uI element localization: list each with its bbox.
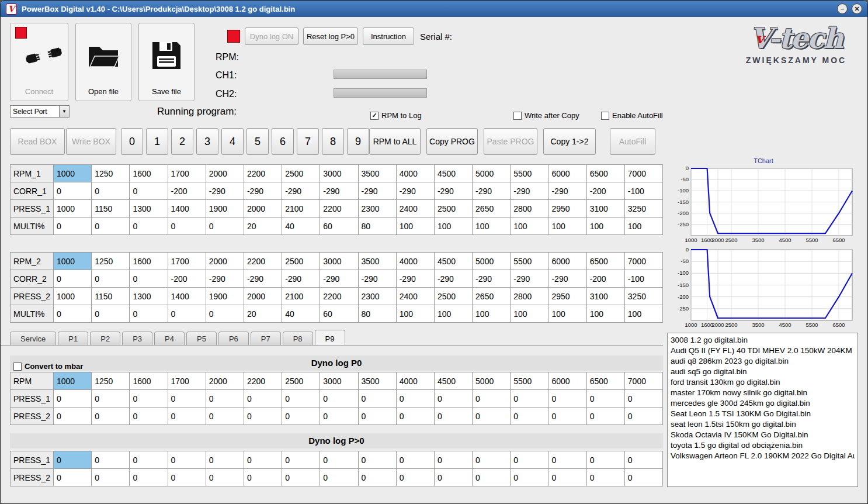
value-cell[interactable]: -290 bbox=[511, 270, 548, 288]
value-cell[interactable]: 7000 bbox=[624, 372, 662, 390]
value-cell[interactable]: 2200 bbox=[320, 288, 358, 305]
value-cell[interactable]: 0 bbox=[320, 408, 358, 425]
value-cell[interactable]: 2200 bbox=[244, 253, 282, 270]
checkbox-box[interactable] bbox=[13, 363, 22, 371]
value-cell[interactable]: -290 bbox=[282, 270, 320, 288]
value-cell[interactable]: 0 bbox=[511, 390, 548, 408]
value-cell[interactable]: 2650 bbox=[473, 288, 511, 305]
value-cell[interactable]: 0 bbox=[320, 469, 358, 486]
value-cell[interactable]: 2000 bbox=[244, 200, 282, 218]
value-cell[interactable]: 2200 bbox=[320, 200, 358, 218]
title-bar[interactable]: V PowerBox Digital v1.40 - C:\Users\Prod… bbox=[1, 1, 867, 17]
file-list-item[interactable]: Audi Q5 II (FY FL) 40 TDI MHEV 2.0 150kW… bbox=[671, 346, 855, 356]
paste-prog-button[interactable]: Paste PROG bbox=[484, 128, 537, 155]
value-cell[interactable]: 0 bbox=[206, 305, 244, 323]
value-cell[interactable]: 3250 bbox=[624, 288, 662, 305]
value-cell[interactable]: 100 bbox=[396, 218, 434, 235]
value-cell[interactable]: 0 bbox=[130, 408, 168, 425]
value-cell[interactable]: 2000 bbox=[206, 165, 244, 182]
value-cell[interactable]: 0 bbox=[54, 390, 92, 408]
value-cell[interactable]: 0 bbox=[624, 390, 662, 408]
open-file-button[interactable]: Open file bbox=[75, 23, 131, 101]
checkbox-box[interactable] bbox=[601, 112, 609, 120]
value-cell[interactable]: 0 bbox=[92, 451, 130, 469]
value-cell[interactable]: 100 bbox=[473, 218, 511, 235]
value-cell[interactable]: 0 bbox=[473, 390, 511, 408]
value-cell[interactable]: 0 bbox=[244, 390, 282, 408]
value-cell[interactable]: 0 bbox=[434, 408, 472, 425]
value-cell[interactable]: 2400 bbox=[396, 288, 434, 305]
value-cell[interactable]: 0 bbox=[130, 390, 168, 408]
tab-p5[interactable]: P5 bbox=[186, 332, 217, 346]
write-box-button[interactable]: Write BOX bbox=[66, 128, 116, 155]
value-cell[interactable]: 0 bbox=[586, 469, 624, 486]
value-cell[interactable]: 0 bbox=[168, 469, 206, 486]
value-cell[interactable]: 0 bbox=[168, 218, 206, 235]
value-cell[interactable]: 3000 bbox=[320, 165, 358, 182]
value-cell[interactable]: 5000 bbox=[473, 165, 511, 182]
value-cell[interactable]: 6500 bbox=[586, 165, 624, 182]
program-button-9[interactable]: 9 bbox=[347, 128, 369, 155]
value-cell[interactable]: -100 bbox=[624, 270, 662, 288]
value-cell[interactable]: 5000 bbox=[473, 372, 511, 390]
dyno-log-button[interactable]: Dyno log ON bbox=[245, 27, 298, 45]
value-cell[interactable]: 1000 bbox=[54, 253, 92, 270]
value-cell[interactable]: -290 bbox=[206, 270, 244, 288]
file-list-item[interactable]: Skoda Octavia IV 150KM Go Digital.bin bbox=[671, 430, 855, 440]
value-cell[interactable]: 4500 bbox=[434, 165, 472, 182]
value-cell[interactable]: 0 bbox=[624, 451, 662, 469]
program-button-5[interactable]: 5 bbox=[246, 128, 269, 155]
value-cell[interactable]: 0 bbox=[396, 408, 434, 425]
value-cell[interactable]: 3000 bbox=[320, 253, 358, 270]
value-cell[interactable]: 100 bbox=[548, 305, 586, 323]
value-cell[interactable]: 6500 bbox=[586, 253, 624, 270]
value-cell[interactable]: 1150 bbox=[92, 200, 130, 218]
value-cell[interactable]: -290 bbox=[206, 182, 244, 200]
value-cell[interactable]: 0 bbox=[92, 305, 130, 323]
value-cell[interactable]: 0 bbox=[320, 451, 358, 469]
value-cell[interactable]: 0 bbox=[130, 270, 168, 288]
reset-log-button[interactable]: Reset log P>0 bbox=[303, 27, 358, 45]
value-cell[interactable]: -290 bbox=[358, 270, 396, 288]
value-cell[interactable]: 1000 bbox=[54, 200, 92, 218]
value-cell[interactable]: 80 bbox=[358, 305, 396, 323]
value-cell[interactable]: 2100 bbox=[282, 288, 320, 305]
value-cell[interactable]: 0 bbox=[168, 408, 206, 425]
write-after-copy-checkbox[interactable]: Write after Copy bbox=[513, 111, 579, 120]
value-cell[interactable]: -290 bbox=[396, 270, 434, 288]
value-cell[interactable]: 40 bbox=[282, 218, 320, 235]
program-button-3[interactable]: 3 bbox=[196, 128, 218, 155]
value-cell[interactable]: 5500 bbox=[511, 165, 548, 182]
value-cell[interactable]: -100 bbox=[624, 182, 662, 200]
file-list-item[interactable]: audi sq5 go digital.bin bbox=[671, 367, 855, 377]
value-cell[interactable]: 0 bbox=[206, 408, 244, 425]
value-cell[interactable]: -290 bbox=[548, 182, 586, 200]
value-cell[interactable]: 2950 bbox=[548, 200, 586, 218]
value-cell[interactable]: 0 bbox=[168, 451, 206, 469]
program-button-1[interactable]: 1 bbox=[146, 128, 168, 155]
value-cell[interactable]: 4000 bbox=[396, 372, 434, 390]
value-cell[interactable]: 6000 bbox=[548, 253, 586, 270]
autofill-button[interactable]: AutoFill bbox=[610, 128, 655, 155]
file-list-item[interactable]: ford transit 130km go digital.bin bbox=[671, 377, 855, 388]
tab-p6[interactable]: P6 bbox=[218, 332, 249, 346]
tab-p4[interactable]: P4 bbox=[154, 332, 185, 346]
value-cell[interactable]: 0 bbox=[396, 469, 434, 486]
copy-1-to-2-button[interactable]: Copy 1->2 bbox=[543, 128, 596, 155]
value-cell[interactable]: -290 bbox=[282, 182, 320, 200]
connect-button[interactable]: Connect bbox=[10, 23, 68, 101]
value-cell[interactable]: 0 bbox=[548, 408, 586, 425]
value-cell[interactable]: -290 bbox=[320, 270, 358, 288]
value-cell[interactable]: 0 bbox=[548, 451, 586, 469]
value-cell[interactable]: 0 bbox=[282, 451, 320, 469]
program-button-8[interactable]: 8 bbox=[322, 128, 344, 155]
value-cell[interactable]: 0 bbox=[320, 390, 358, 408]
value-cell[interactable]: 100 bbox=[396, 305, 434, 323]
value-cell[interactable]: 0 bbox=[92, 408, 130, 425]
value-cell[interactable]: 0 bbox=[92, 270, 130, 288]
value-cell[interactable]: -290 bbox=[244, 182, 282, 200]
value-cell[interactable]: -290 bbox=[244, 270, 282, 288]
value-cell[interactable]: 0 bbox=[206, 218, 244, 235]
value-cell[interactable]: 2650 bbox=[473, 200, 511, 218]
value-cell[interactable]: 0 bbox=[358, 408, 396, 425]
